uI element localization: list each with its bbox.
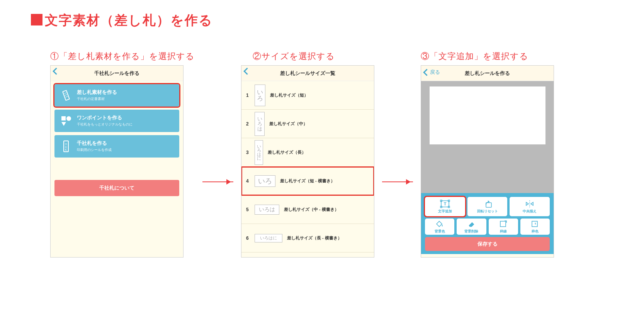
- step-1-label: ①「差し札素材を作る」を選択する: [50, 51, 195, 62]
- screen-2-title: 差し札シールサイズ一覧: [280, 70, 335, 77]
- back-button[interactable]: [54, 69, 59, 74]
- back-button[interactable]: [245, 69, 250, 74]
- card-title: 千社札を作る: [77, 140, 112, 147]
- size-row-3[interactable]: 3 いろはに 差し札サイズ（長）: [241, 138, 374, 167]
- tool-center[interactable]: 中央揃え: [510, 197, 550, 216]
- frame-color-icon: [531, 220, 539, 228]
- frame-icon: [499, 220, 508, 228]
- tool-reset-rotation[interactable]: 回転リセット: [467, 197, 508, 216]
- arrow-1: [195, 51, 241, 313]
- tag-icon: [59, 88, 73, 102]
- tool-add-text[interactable]: T 文字追加: [425, 197, 465, 216]
- svg-rect-22: [500, 221, 506, 227]
- thumb-icon: いろは: [255, 112, 265, 136]
- svg-line-3: [66, 97, 68, 97]
- canvas-area[interactable]: [421, 81, 554, 193]
- reset-rotation-icon: [483, 200, 493, 208]
- card-sub: 千社札をもっとオリジナルなものに: [77, 122, 133, 127]
- shapes-icon: [59, 114, 73, 128]
- svg-line-2: [65, 95, 67, 95]
- svg-text:札: 札: [65, 149, 67, 151]
- thumb-icon: いろ: [255, 175, 275, 187]
- screen-2: 差し札シールサイズ一覧 1 いろ 差し札サイズ（短） 2 いろは 差し札サイズ（…: [241, 65, 374, 258]
- thumb-icon: いろはに: [255, 140, 263, 165]
- size-row-2[interactable]: 2 いろは 差し札サイズ（中）: [241, 110, 374, 138]
- fuda-icon: 千社札: [59, 139, 73, 153]
- tool-frame-color[interactable]: 枠色: [520, 219, 550, 235]
- screen-1-title: 千社札シールを作る: [94, 70, 139, 77]
- svg-rect-0: [63, 90, 70, 100]
- svg-marker-21: [531, 202, 533, 205]
- svg-rect-23: [532, 221, 537, 227]
- size-row-4[interactable]: 4 いろ 差し札サイズ（短 - 横書き）: [241, 167, 374, 195]
- size-row-6[interactable]: 6 いろはに 差し札サイズ（長 - 横書き）: [241, 224, 374, 253]
- svg-rect-4: [61, 116, 66, 120]
- screen-3: 戻る 差し札シールを作る T 文字追加: [421, 65, 554, 258]
- svg-line-1: [64, 93, 66, 93]
- svg-marker-20: [526, 202, 528, 205]
- svg-marker-6: [61, 122, 66, 126]
- card-sub: 千社札の定番素材: [77, 97, 117, 102]
- screen-2-nav: 差し札シールサイズ一覧: [241, 66, 374, 81]
- center-align-icon: [525, 200, 535, 208]
- svg-rect-17: [486, 203, 491, 207]
- toolbar: T 文字追加 回転リセット 中央揃え: [421, 193, 554, 254]
- step-3: ③「文字追加」を選択する 戻る 差し札シールを作る T 文字追加: [421, 51, 554, 258]
- screen-1-nav: 千社札シールを作る: [51, 66, 183, 81]
- add-text-icon: T: [440, 200, 450, 208]
- step-3-label: ③「文字追加」を選択する: [421, 51, 554, 62]
- svg-marker-18: [488, 200, 490, 203]
- steps-row: ①「差し札素材を作る」を選択する 千社札シールを作る 差し札素材を作る 千社札の…: [31, 51, 613, 313]
- step-2: ②サイズを選択する 差し札シールサイズ一覧 1 いろ 差し札サイズ（短） 2 い…: [241, 51, 374, 258]
- card-title: ワンポイントを作る: [77, 115, 133, 121]
- tool-bg-color[interactable]: 背景色: [425, 219, 454, 235]
- card-sub: 印刷用のシールを作成: [77, 147, 112, 153]
- about-button[interactable]: 千社札について: [54, 180, 179, 196]
- screen-3-title: 差し札シールを作る: [465, 70, 510, 77]
- svg-point-5: [66, 116, 71, 121]
- thumb-icon: いろは: [255, 205, 279, 215]
- arrow-2: [374, 51, 421, 313]
- paint-bucket-icon: [435, 220, 444, 228]
- card-sashifuda[interactable]: 差し札素材を作る 千社札の定番素材: [54, 84, 179, 107]
- svg-text:千: 千: [65, 143, 67, 146]
- card-title: 差し札素材を作る: [77, 89, 117, 96]
- svg-text:T: T: [443, 202, 446, 206]
- thumb-icon: いろ: [255, 85, 265, 106]
- size-row-1[interactable]: 1 いろ 差し札サイズ（短）: [241, 81, 374, 110]
- step-2-label: ②サイズを選択する: [241, 51, 374, 62]
- screen-3-nav: 戻る 差し札シールを作る: [421, 66, 554, 81]
- back-button[interactable]: 戻る: [424, 69, 440, 76]
- page-title: 文字素材（差し札）を作る: [31, 12, 613, 29]
- tool-bg-remove[interactable]: 背景削除: [457, 219, 486, 235]
- tool-frame[interactable]: 枠線: [489, 219, 518, 235]
- step-1: ①「差し札素材を作る」を選択する 千社札シールを作る 差し札素材を作る 千社札の…: [50, 51, 195, 258]
- size-row-5[interactable]: 5 いろは 差し札サイズ（中 - 横書き）: [241, 195, 374, 224]
- title-square-icon: [31, 14, 42, 25]
- save-button[interactable]: 保存する: [425, 237, 550, 251]
- svg-text:社: 社: [65, 146, 67, 148]
- thumb-icon: いろはに: [255, 234, 282, 242]
- card-senjafuda[interactable]: 千社札 千社札を作る 印刷用のシールを作成: [54, 135, 179, 158]
- card-onepoint[interactable]: ワンポイントを作る 千社札をもっとオリジナルなものに: [54, 110, 179, 132]
- eraser-icon: [467, 220, 476, 228]
- screen-1: 千社札シールを作る 差し札素材を作る 千社札の定番素材: [50, 65, 184, 258]
- canvas[interactable]: [430, 86, 545, 144]
